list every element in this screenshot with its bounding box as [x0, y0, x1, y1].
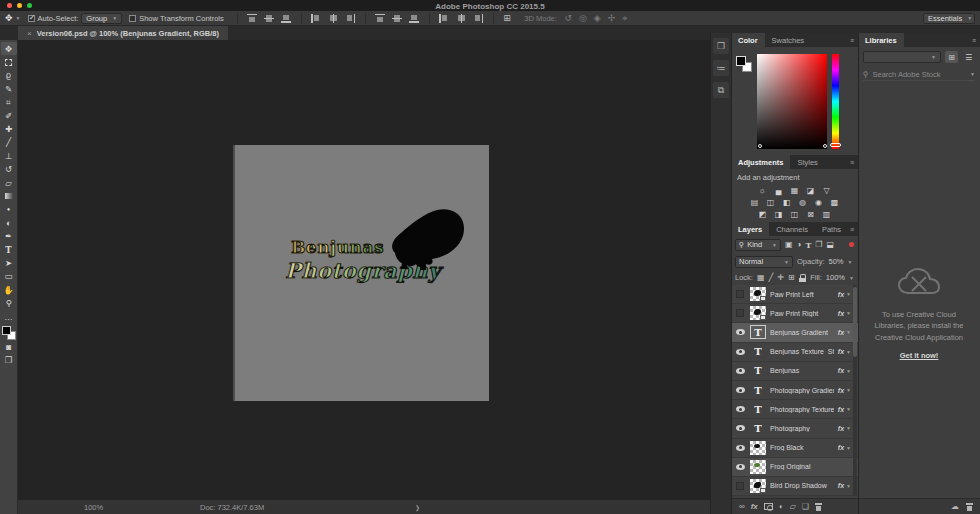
spot-healing-brush-tool[interactable]: ✚: [1, 122, 17, 135]
panel-menu-icon[interactable]: ≡: [850, 37, 854, 44]
vibrance-icon[interactable]: ▽: [822, 186, 832, 195]
layers-scrollbar[interactable]: [853, 285, 857, 496]
screen-mode-button[interactable]: ❐: [1, 354, 17, 367]
filter-pixel-layers-icon[interactable]: ▣: [785, 240, 793, 249]
color-field-cursor[interactable]: [823, 144, 827, 148]
selective-color-icon[interactable]: ⊠: [806, 210, 816, 219]
visibility-toggle-off[interactable]: [736, 290, 744, 298]
lock-transparency-icon[interactable]: ▦: [757, 273, 765, 282]
edit-toolbar-button[interactable]: …: [1, 310, 17, 323]
color-panel-swatches[interactable]: [736, 56, 752, 72]
visibility-toggle-on[interactable]: [736, 406, 745, 412]
list-view-icon[interactable]: ☰: [962, 51, 975, 63]
filter-group-layers-icon[interactable]: ❐: [815, 240, 822, 249]
align-bottom-edges-button[interactable]: [281, 14, 291, 23]
layer-effects-badge[interactable]: fx▼: [838, 406, 851, 413]
layer-row[interactable]: T Photography Texture_S... fx▼: [731, 400, 858, 419]
lock-all-icon[interactable]: [799, 274, 806, 282]
filter-adjustment-layers-icon[interactable]: ◑: [797, 240, 802, 249]
saturation-brightness-field[interactable]: [757, 54, 827, 149]
brush-tool[interactable]: ╱: [1, 136, 17, 149]
show-transform-controls-checkbox[interactable]: [129, 15, 136, 22]
delete-layer-icon[interactable]: [815, 503, 822, 511]
history-panel-icon[interactable]: ❐: [713, 38, 729, 54]
layer-thumbnail[interactable]: T: [750, 421, 766, 435]
color-lookup-icon[interactable]: ▩: [830, 198, 840, 207]
brightness-contrast-icon[interactable]: ☼: [758, 186, 768, 195]
type-tool[interactable]: T: [1, 243, 17, 256]
panel-menu-icon[interactable]: ≡: [850, 226, 854, 233]
visibility-toggle-off[interactable]: [736, 482, 744, 490]
threshold-icon[interactable]: ◫: [790, 210, 800, 219]
layer-row[interactable]: Paw Print Left fx▼: [731, 285, 858, 304]
layer-thumbnail[interactable]: T: [750, 383, 766, 397]
blend-mode-dropdown[interactable]: Normal ▼: [735, 256, 793, 268]
auto-align-layers-icon[interactable]: ⊞: [503, 13, 511, 23]
black-white-icon[interactable]: ◧: [782, 198, 792, 207]
zoom-tool[interactable]: ⚲: [1, 296, 17, 309]
align-top-edges-button[interactable]: [247, 14, 257, 23]
layer-effects-badge[interactable]: fx▼: [838, 444, 851, 451]
layer-effects-badge[interactable]: fx▼: [838, 425, 851, 432]
hue-slider-cursor[interactable]: [830, 143, 841, 147]
hue-slider[interactable]: [832, 54, 839, 149]
clone-stamp-tool[interactable]: ⊥: [1, 149, 17, 162]
3d-zoom-icon[interactable]: ⌖: [622, 13, 627, 24]
distribute-left-edges-button[interactable]: [439, 14, 449, 23]
layer-style-icon[interactable]: fx: [751, 502, 758, 511]
auto-select-dropdown[interactable]: Group ▼: [81, 13, 122, 24]
align-vertical-centers-button[interactable]: [264, 14, 274, 23]
layer-effects-badge[interactable]: fx▼: [838, 329, 851, 336]
new-adjustment-layer-icon[interactable]: ◐: [779, 502, 784, 511]
tab-paths[interactable]: Paths: [815, 222, 848, 236]
dodge-tool[interactable]: ◐: [1, 216, 17, 229]
opacity-value[interactable]: 50%: [829, 257, 844, 266]
visibility-toggle-on[interactable]: [736, 445, 745, 451]
3d-pan-icon[interactable]: ◈: [594, 13, 601, 23]
layer-thumbnail[interactable]: T: [750, 364, 766, 378]
layer-row[interactable]: Frog Black fx▼: [731, 439, 858, 458]
crop-tool[interactable]: ⌗: [1, 96, 17, 109]
grid-view-icon[interactable]: ⊞: [945, 51, 958, 63]
layer-row[interactable]: T Photography Gradient fx▼: [731, 381, 858, 400]
color-balance-icon[interactable]: ◫: [766, 198, 776, 207]
add-layer-mask-icon[interactable]: [764, 503, 773, 510]
adobe-stock-search-field[interactable]: ⚲ Search Adobe Stock ▼: [863, 68, 975, 81]
move-tool[interactable]: ✥: [1, 42, 17, 55]
quick-mask-mode-button[interactable]: ◙: [1, 340, 17, 353]
history-brush-tool[interactable]: ↺: [1, 163, 17, 176]
layer-effects-badge[interactable]: fx▼: [838, 291, 851, 298]
layer-row[interactable]: Paw Print Right fx▼: [731, 304, 858, 323]
lock-position-icon[interactable]: ✛: [777, 273, 784, 282]
rectangle-tool[interactable]: ▭: [1, 270, 17, 283]
auto-select-checkbox[interactable]: [28, 15, 35, 22]
pen-tool[interactable]: ✒: [1, 229, 17, 242]
align-horizontal-centers-button[interactable]: [328, 14, 338, 23]
color-field-cursor[interactable]: [758, 144, 762, 148]
layer-filtering-toggle[interactable]: [849, 242, 854, 247]
panel-menu-icon[interactable]: ≡: [972, 37, 976, 44]
lock-artboard-icon[interactable]: ⊞: [788, 273, 795, 282]
delete-icon[interactable]: [966, 503, 973, 511]
layer-thumbnail[interactable]: [750, 441, 766, 455]
layer-row-selected[interactable]: T Benjunas Gradient fx▼: [731, 323, 858, 342]
exposure-icon[interactable]: ◪: [806, 186, 816, 195]
layer-effects-badge[interactable]: fx▼: [838, 482, 851, 489]
visibility-toggle-on[interactable]: [736, 329, 745, 335]
align-left-edges-button[interactable]: [311, 14, 321, 23]
close-document-icon[interactable]: ×: [27, 29, 32, 38]
levels-icon[interactable]: ▄: [774, 186, 784, 195]
3d-rotate-icon[interactable]: ↺: [564, 13, 572, 23]
layer-filter-kind-dropdown[interactable]: ⚲ Kind ▼: [735, 239, 781, 251]
tab-channels[interactable]: Channels: [769, 222, 815, 236]
distribute-bottom-edges-button[interactable]: [409, 14, 419, 23]
lock-pixels-icon[interactable]: ╱: [769, 273, 774, 282]
gradient-tool[interactable]: [1, 189, 17, 202]
status-chevron-icon[interactable]: ❯: [415, 500, 420, 514]
layer-row[interactable]: Bird Drop Shadow fx▼: [731, 477, 858, 496]
layer-row[interactable]: Frog Original: [731, 458, 858, 477]
visibility-toggle-on[interactable]: [736, 464, 745, 470]
visibility-toggle-on[interactable]: [736, 349, 745, 355]
lasso-tool[interactable]: ϱ: [1, 69, 17, 82]
tab-color[interactable]: Color: [731, 33, 765, 47]
